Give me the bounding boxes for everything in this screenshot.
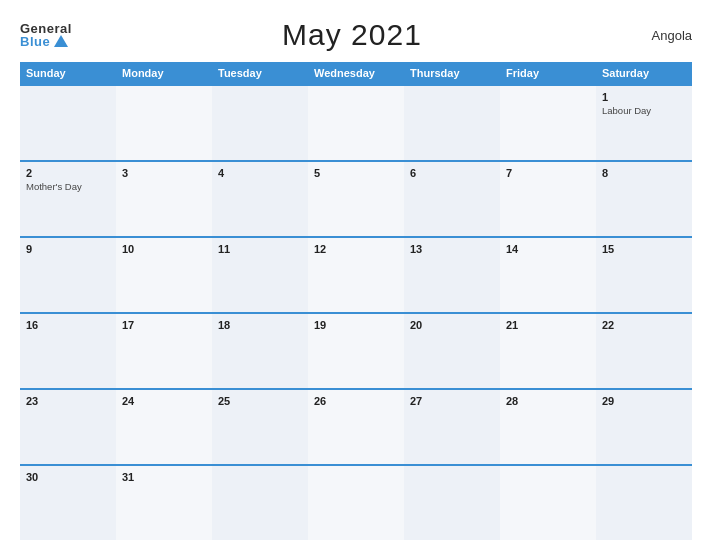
calendar-cell: 29	[596, 390, 692, 464]
calendar-cell: 5	[308, 162, 404, 236]
calendar-cell: 16	[20, 314, 116, 388]
calendar-cell	[212, 86, 308, 160]
day-number: 8	[602, 167, 686, 179]
logo-triangle-icon	[54, 35, 68, 47]
calendar-cell	[500, 86, 596, 160]
calendar-cell: 21	[500, 314, 596, 388]
day-number: 30	[26, 471, 110, 483]
calendar-cell: 10	[116, 238, 212, 312]
calendar-cell: 14	[500, 238, 596, 312]
calendar-week: 2Mother's Day345678	[20, 160, 692, 236]
day-number: 13	[410, 243, 494, 255]
calendar-cell	[500, 466, 596, 540]
day-of-week-header: Wednesday	[308, 62, 404, 84]
calendar-cell: 2Mother's Day	[20, 162, 116, 236]
calendar-week: 9101112131415	[20, 236, 692, 312]
logo-blue-row: Blue	[20, 35, 68, 48]
calendar: SundayMondayTuesdayWednesdayThursdayFrid…	[20, 62, 692, 540]
calendar-cell: 18	[212, 314, 308, 388]
day-number: 4	[218, 167, 302, 179]
day-of-week-header: Tuesday	[212, 62, 308, 84]
day-number: 25	[218, 395, 302, 407]
day-event: Labour Day	[602, 105, 686, 117]
calendar-cell: 22	[596, 314, 692, 388]
day-number: 23	[26, 395, 110, 407]
calendar-week: 23242526272829	[20, 388, 692, 464]
calendar-cell	[308, 466, 404, 540]
calendar-week: 3031	[20, 464, 692, 540]
day-number: 24	[122, 395, 206, 407]
day-event: Mother's Day	[26, 181, 110, 193]
day-number: 21	[506, 319, 590, 331]
calendar-cell: 27	[404, 390, 500, 464]
day-number: 6	[410, 167, 494, 179]
calendar-cell	[596, 466, 692, 540]
calendar-cell: 28	[500, 390, 596, 464]
calendar-cell	[308, 86, 404, 160]
calendar-cell: 7	[500, 162, 596, 236]
day-number: 26	[314, 395, 398, 407]
day-of-week-header: Thursday	[404, 62, 500, 84]
calendar-week: 16171819202122	[20, 312, 692, 388]
calendar-cell: 12	[308, 238, 404, 312]
calendar-cell: 3	[116, 162, 212, 236]
day-of-week-header: Monday	[116, 62, 212, 84]
day-number: 17	[122, 319, 206, 331]
day-number: 12	[314, 243, 398, 255]
calendar-header: SundayMondayTuesdayWednesdayThursdayFrid…	[20, 62, 692, 84]
calendar-cell: 19	[308, 314, 404, 388]
calendar-cell: 13	[404, 238, 500, 312]
calendar-cell: 6	[404, 162, 500, 236]
day-number: 16	[26, 319, 110, 331]
calendar-cell: 15	[596, 238, 692, 312]
calendar-cell: 26	[308, 390, 404, 464]
day-number: 20	[410, 319, 494, 331]
day-number: 18	[218, 319, 302, 331]
day-number: 11	[218, 243, 302, 255]
calendar-cell: 17	[116, 314, 212, 388]
calendar-cell	[404, 466, 500, 540]
day-number: 31	[122, 471, 206, 483]
day-number: 7	[506, 167, 590, 179]
day-number: 15	[602, 243, 686, 255]
calendar-cell: 25	[212, 390, 308, 464]
calendar-cell: 11	[212, 238, 308, 312]
day-number: 9	[26, 243, 110, 255]
calendar-cell	[212, 466, 308, 540]
calendar-cell: 23	[20, 390, 116, 464]
header: General Blue May 2021 Angola	[20, 18, 692, 52]
day-number: 1	[602, 91, 686, 103]
calendar-cell: 20	[404, 314, 500, 388]
calendar-cell: 30	[20, 466, 116, 540]
calendar-cell: 4	[212, 162, 308, 236]
day-number: 5	[314, 167, 398, 179]
day-number: 10	[122, 243, 206, 255]
day-number: 3	[122, 167, 206, 179]
calendar-cell: 1Labour Day	[596, 86, 692, 160]
calendar-cell	[20, 86, 116, 160]
logo: General Blue	[20, 22, 72, 48]
country-name: Angola	[632, 28, 692, 43]
calendar-cell: 8	[596, 162, 692, 236]
calendar-cell	[404, 86, 500, 160]
day-number: 19	[314, 319, 398, 331]
calendar-page: General Blue May 2021 Angola SundayMonda…	[0, 0, 712, 550]
calendar-week: 1Labour Day	[20, 84, 692, 160]
day-number: 29	[602, 395, 686, 407]
day-number: 2	[26, 167, 110, 179]
calendar-cell: 31	[116, 466, 212, 540]
calendar-cell: 24	[116, 390, 212, 464]
logo-blue-text: Blue	[20, 35, 50, 48]
month-title: May 2021	[72, 18, 632, 52]
day-number: 22	[602, 319, 686, 331]
day-number: 14	[506, 243, 590, 255]
calendar-cell: 9	[20, 238, 116, 312]
day-of-week-header: Friday	[500, 62, 596, 84]
day-of-week-header: Sunday	[20, 62, 116, 84]
day-number: 28	[506, 395, 590, 407]
calendar-cell	[116, 86, 212, 160]
day-number: 27	[410, 395, 494, 407]
calendar-body: 1Labour Day2Mother's Day3456789101112131…	[20, 84, 692, 540]
day-of-week-header: Saturday	[596, 62, 692, 84]
